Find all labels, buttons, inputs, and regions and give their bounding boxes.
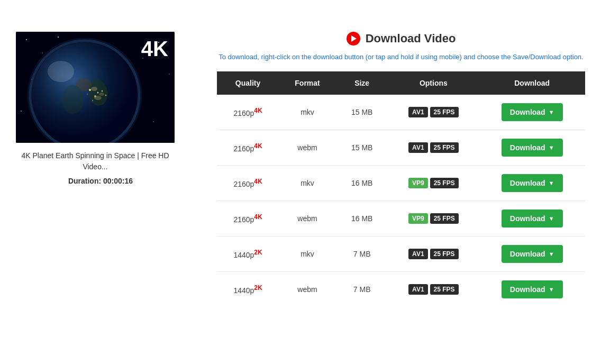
quality-badge: 4K [254,107,262,114]
video-thumbnail: 4K [16,32,175,143]
download-label: Download [510,179,545,187]
download-button[interactable]: Download ▼ [502,139,563,157]
format-cell: webm [279,272,336,307]
download-cell[interactable]: Download ▼ [479,130,585,166]
download-cell[interactable]: Download ▼ [479,166,585,201]
options-cell: VP925 FPS [388,201,479,236]
options-cell: VP925 FPS [388,166,479,201]
options-cell: AV125 FPS [388,130,479,166]
download-arrow: ▼ [549,144,554,151]
format-cell: webm [279,201,336,236]
download-table: Quality Format Size Options Download 216… [217,71,585,307]
svg-point-24 [102,90,103,92]
download-arrow: ▼ [549,109,554,115]
quality-badge: 4K [254,142,262,150]
options-cell: AV125 FPS [388,95,479,130]
codec-badge: AV1 [408,284,427,295]
section-title: Download Video [217,32,585,46]
size-cell: 7 MB [336,272,388,307]
options-cell: AV125 FPS [388,236,479,272]
svg-point-25 [87,94,88,95]
table-row: 2160p4Kmkv15 MBAV125 FPSDownload ▼ [217,95,585,130]
codec-badge: VP9 [408,213,428,224]
col-format: Format [279,71,336,95]
video-duration: Duration: 00:00:16 [16,177,185,185]
svg-point-21 [89,89,91,91]
size-cell: 15 MB [336,130,388,166]
download-cell[interactable]: Download ▼ [479,272,585,307]
table-row: 2160p4Kwebm16 MBVP925 FPSDownload ▼ [217,201,585,236]
svg-point-27 [92,100,93,101]
right-panel: Download Video To download, right-click … [217,32,585,307]
options-cell: AV125 FPS [388,272,479,307]
duration-label: Duration: [68,177,101,185]
left-panel: 4K 4K Planet Earth Spinning in Space | F… [16,32,185,307]
table-row: 2160p4Kmkv16 MBVP925 FPSDownload ▼ [217,166,585,201]
fps-badge: 25 FPS [430,213,459,224]
format-cell: mkv [279,95,336,130]
quality-badge: 4K [254,178,262,185]
fps-badge: 25 FPS [430,107,459,117]
svg-point-3 [58,37,59,38]
col-quality: Quality [217,71,279,95]
download-cell[interactable]: Download ▼ [479,201,585,236]
svg-point-23 [94,95,96,97]
download-label: Download [510,285,545,294]
download-arrow: ▼ [549,180,554,186]
fps-badge: 25 FPS [430,142,459,153]
quality-cell: 2160p4K [217,130,279,166]
size-cell: 15 MB [336,95,388,130]
duration-value: 00:00:16 [103,177,133,185]
quality-cell: 2160p4K [217,201,279,236]
size-cell: 16 MB [336,166,388,201]
download-button[interactable]: Download ▼ [502,103,563,121]
quality-cell: 1440p2K [217,236,279,272]
codec-badge: AV1 [408,142,427,153]
table-row: 1440p2Kmkv7 MBAV125 FPSDownload ▼ [217,236,585,272]
table-header-row: Quality Format Size Options Download [217,71,585,95]
svg-point-2 [42,52,43,53]
download-button[interactable]: Download ▼ [502,280,563,298]
svg-point-1 [26,39,27,40]
table-row: 2160p4Kwebm15 MBAV125 FPSDownload ▼ [217,130,585,166]
format-cell: mkv [279,236,336,272]
table-row: 1440p2Kwebm7 MBAV125 FPSDownload ▼ [217,272,585,307]
quality-badge: 2K [254,249,262,256]
svg-point-26 [105,95,107,96]
download-arrow: ▼ [549,251,554,257]
codec-badge: AV1 [408,249,427,259]
col-download: Download [479,71,585,95]
section-title-text: Download Video [366,32,456,46]
codec-badge: AV1 [408,107,427,117]
instruction-text: To download, right-click on the download… [217,53,585,61]
svg-point-30 [48,61,74,82]
svg-point-10 [153,121,154,122]
codec-badge: VP9 [408,178,428,188]
play-icon [347,32,360,46]
svg-point-22 [97,92,99,94]
quality-badge: 2K [254,284,262,292]
size-cell: 16 MB [336,201,388,236]
download-label: Download [510,214,545,223]
download-arrow: ▼ [549,286,554,293]
col-options: Options [388,71,479,95]
format-cell: mkv [279,166,336,201]
quality-badge: 4K [254,213,262,221]
quality-cell: 2160p4K [217,166,279,201]
download-button[interactable]: Download ▼ [502,210,563,228]
size-cell: 7 MB [336,236,388,272]
fps-badge: 25 FPS [430,249,459,259]
download-label: Download [510,143,545,152]
download-button[interactable]: Download ▼ [502,245,563,263]
fps-badge: 25 FPS [430,284,459,295]
quality-cell: 1440p2K [217,272,279,307]
download-label: Download [510,250,545,258]
thumbnail-4k-label: 4K [141,37,168,61]
video-title: 4K Planet Earth Spinning in Space | Free… [16,150,175,172]
download-cell[interactable]: Download ▼ [479,236,585,272]
download-button[interactable]: Download ▼ [502,174,563,192]
svg-point-9 [169,74,169,74]
quality-cell: 2160p4K [217,95,279,130]
download-cell[interactable]: Download ▼ [479,95,585,130]
col-size: Size [336,71,388,95]
